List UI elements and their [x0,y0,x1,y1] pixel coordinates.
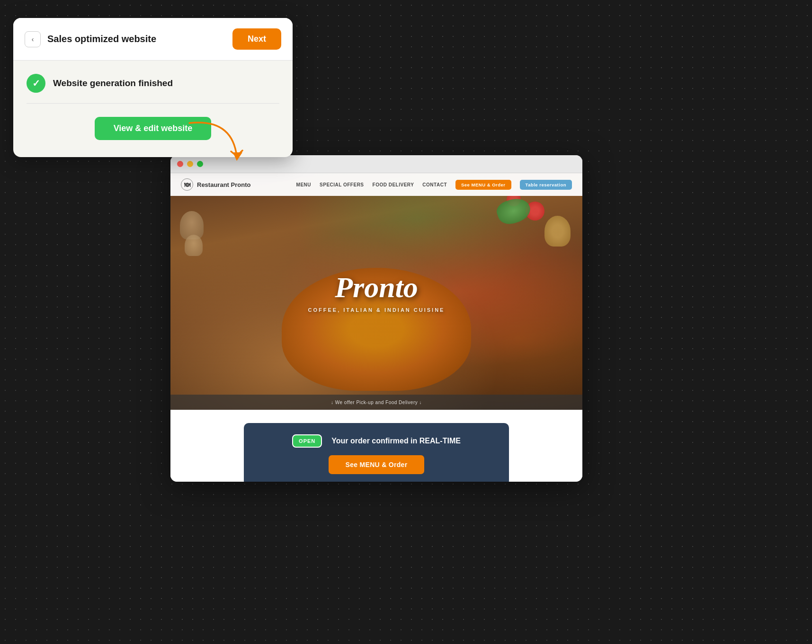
nav-cta-reservation[interactable]: Table reservation [520,180,572,190]
back-button[interactable]: ‹ [25,31,41,47]
site-logo-name: Restaurant Pronto [197,181,250,188]
dialog-header: ‹ Sales optimized website Next [13,18,293,61]
site-logo: 🍽 Restaurant Pronto [181,178,250,191]
deco-mushroom-2 [185,235,203,256]
order-card: OPEN Your order confirmed in REAL-TIME S… [244,423,509,482]
order-cta-button[interactable]: See MENU & Order [329,455,425,474]
nav-contact[interactable]: CONTACT [422,182,447,187]
nav-special-offers[interactable]: SPECIAL OFFERS [320,182,364,187]
nav-menu[interactable]: MENU [296,182,311,187]
hero-subtitle: COFFEE, ITALIAN & INDIAN CUISINE [308,307,445,313]
browser-window: 🍽 Restaurant Pronto MENU SPECIAL OFFERS … [170,155,582,482]
site-hero: Pronto COFFEE, ITALIAN & INDIAN CUISINE … [170,173,582,410]
nav-food-delivery[interactable]: FOOD DELIVERY [373,182,414,187]
status-row: Website generation finished [27,74,279,104]
open-badge: OPEN [292,434,322,448]
check-icon [27,74,45,93]
hero-title: Pronto [308,271,445,304]
nav-cta-order[interactable]: See MENU & Order [455,180,511,190]
site-navbar: 🍽 Restaurant Pronto MENU SPECIAL OFFERS … [170,173,582,196]
dialog-header-left: ‹ Sales optimized website [25,31,156,47]
dialog-title: Sales optimized website [47,34,156,44]
deco-onion [544,216,571,247]
browser-content: 🍽 Restaurant Pronto MENU SPECIAL OFFERS … [170,173,582,482]
logo-icon: 🍽 [181,178,193,191]
site-nav-links: MENU SPECIAL OFFERS FOOD DELIVERY CONTAC… [296,180,572,190]
status-text: Website generation finished [53,78,173,88]
svg-marker-0 [233,152,242,161]
order-text: Your order confirmed in REAL-TIME [331,437,461,445]
hero-text-wrapper: Pronto COFFEE, ITALIAN & INDIAN CUISINE [308,271,445,313]
next-button[interactable]: Next [232,28,281,50]
pickup-text: ↓ We offer Pick-up and Food Delivery ↓ [331,400,422,405]
site-content-area: OPEN Your order confirmed in REAL-TIME S… [170,410,582,482]
arrow-decoration [175,114,251,170]
hero-pickup-bar: ↓ We offer Pick-up and Food Delivery ↓ [170,395,582,410]
back-icon: ‹ [32,35,34,43]
